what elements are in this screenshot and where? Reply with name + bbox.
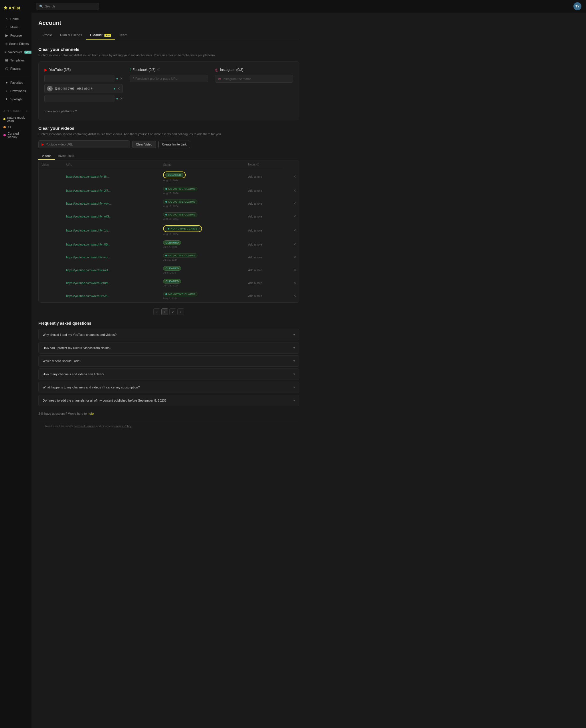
show-more-platforms-button[interactable]: Show more platforms ▾	[44, 108, 77, 114]
help-link[interactable]: help	[88, 412, 94, 415]
faq-item-4[interactable]: How many channels and videos can I clear…	[38, 368, 299, 380]
delete-row-btn-1[interactable]: ✕	[293, 175, 296, 179]
sub-tab-label-invite-links: Invite Links	[58, 154, 74, 157]
delete-row-btn-3[interactable]: ✕	[293, 202, 296, 206]
video-url-input-wrap: ▶	[38, 140, 130, 148]
sidebar-item-sound-effects[interactable]: ◎ Sound Effects	[1, 40, 30, 48]
invite-link-button[interactable]: Create Invite Link	[158, 140, 190, 148]
sidebar-item-footage[interactable]: ▶ Footage	[1, 31, 30, 40]
delete-row-btn-8[interactable]: ✕	[293, 268, 296, 272]
pagination-next[interactable]: ›	[177, 308, 184, 315]
faq-title: Frequently asked questions	[38, 321, 299, 326]
tab-plan[interactable]: Plan & Billings	[56, 31, 86, 40]
sub-tab-videos[interactable]: Videos	[38, 152, 55, 160]
clear-video-button[interactable]: Clear Video	[132, 140, 156, 148]
delete-row-btn-4[interactable]: ✕	[293, 214, 296, 218]
status-badge-8: CLEARED	[163, 266, 181, 271]
search-input[interactable]	[45, 5, 96, 8]
add-note-link-1[interactable]: Add a note	[248, 175, 262, 178]
table-body: https://youtube.com/watch?v=fhl... CLEAR…	[39, 169, 299, 303]
tab-clearlist[interactable]: Clearlist Pro	[86, 31, 115, 40]
sidebar-item-spotlight[interactable]: ✦ Spotlight	[1, 95, 30, 103]
search-icon: 🔍	[39, 5, 43, 8]
add-note-link-5[interactable]: Add a note	[248, 229, 262, 232]
instagram-column: ◎ Instagram (0/3) ◎	[215, 68, 293, 104]
tab-badge-clearlist: Pro	[104, 34, 111, 37]
pagination-page-2[interactable]: 2	[169, 308, 176, 315]
sidebar-item-templates[interactable]: ⊞ Templates	[1, 56, 30, 64]
platforms-grid: ▶ YouTube (3/3) ● ✕ K 큐레이터 단비 - 머니 페이션 ●	[44, 68, 293, 104]
youtube-channel-input-3[interactable]	[44, 95, 115, 102]
sidebar-item-home[interactable]: ⌂ Home	[1, 15, 30, 23]
sub-tab-invite-links[interactable]: Invite Links	[55, 152, 77, 160]
delete-row-btn-10[interactable]: ✕	[293, 294, 296, 298]
table-cell-video-7	[39, 251, 64, 264]
video-url-input[interactable]	[46, 142, 127, 146]
table-cell-url-1: https://youtube.com/watch?v=fhl...	[64, 169, 161, 184]
table-cell-video-4	[39, 210, 64, 223]
table-cell-url-3: https://youtube.com/watch?v=vay...	[64, 197, 161, 210]
youtube-channel-avatar-2: K	[47, 86, 53, 92]
notes-info-icon[interactable]: ⓘ	[257, 163, 259, 166]
delete-row-btn-2[interactable]: ✕	[293, 189, 296, 193]
add-artboard-button[interactable]: +	[26, 109, 28, 113]
delete-row-btn-7[interactable]: ✕	[293, 255, 296, 259]
faq-chevron-1: ▾	[293, 333, 295, 337]
sidebar-item-plugins[interactable]: ⬡ Plugins	[1, 64, 30, 73]
yt-remove-btn-1[interactable]: ✕	[120, 77, 123, 81]
add-note-link-4[interactable]: Add a note	[248, 215, 262, 218]
youtube-channel-input-1[interactable]	[44, 75, 115, 82]
pagination-page-1[interactable]: 1	[162, 308, 168, 315]
sidebar-item-voiceover[interactable]: ≈ Voiceover NEW	[1, 48, 30, 56]
avatar[interactable]: TY	[573, 2, 581, 10]
sidebar-item-music[interactable]: ♪ Music	[1, 23, 30, 31]
add-note-link-2[interactable]: Add a note	[248, 189, 262, 192]
add-note-link-3[interactable]: Add a note	[248, 202, 262, 205]
faq-item-5[interactable]: What happens to my channels and videos i…	[38, 382, 299, 393]
artboard-item-curated[interactable]: Curated weekly	[0, 130, 31, 140]
sidebar-item-favorites[interactable]: ♥ Favorites	[1, 79, 30, 86]
sidebar-nav: ⌂ Home ♪ Music ▶ Footage ◎ Sound Effects…	[0, 15, 31, 73]
artboard-dot-nature	[3, 118, 5, 120]
sidebar-label-sound-effects: Sound Effects	[9, 42, 29, 46]
artboard-item-11[interactable]: 11	[0, 124, 31, 130]
instagram-icon: ◎	[215, 68, 218, 72]
yt-remove-btn-2[interactable]: ✕	[117, 86, 120, 90]
table-cell-video-10	[39, 289, 64, 303]
table-cell-status-5: NO ACTIVE CLAIMS Aug 10, 2024	[160, 223, 245, 238]
status-date-6: Jul 17, 2024	[163, 245, 177, 249]
faq-item-6[interactable]: Do I need to add the channels for all of…	[38, 395, 299, 406]
sidebar-item-downloads[interactable]: ↓ Downloads	[1, 87, 30, 95]
table-cell-delete-2: ✕	[283, 184, 299, 197]
add-note-link-6[interactable]: Add a note	[248, 243, 262, 246]
delete-row-btn-6[interactable]: ✕	[293, 242, 296, 246]
add-note-link-10[interactable]: Add a note	[248, 294, 262, 297]
privacy-link[interactable]: Privacy Policy	[114, 425, 131, 428]
instagram-channel-input[interactable]	[223, 77, 290, 81]
tab-team[interactable]: Team	[115, 31, 131, 40]
tab-label-team: Team	[119, 33, 127, 37]
yt-remove-btn-3[interactable]: ✕	[120, 97, 123, 101]
artboard-item-nature[interactable]: nature music calm	[0, 114, 31, 124]
tab-profile[interactable]: Profile	[38, 31, 56, 40]
faq-item-2[interactable]: How can I protect my clients' videos fro…	[38, 342, 299, 354]
faq-item-1[interactable]: Why should I add my YouTube channels and…	[38, 329, 299, 340]
facebook-info-icon[interactable]: ⓘ	[157, 68, 160, 72]
table-cell-url-7: https://youtube.com/watch?v=vp-...	[64, 251, 161, 264]
table-row: https://youtube.com/watch?v=vay... NO AC…	[39, 197, 299, 210]
table-cell-notes-2: Add a note	[245, 184, 283, 197]
delete-row-btn-5[interactable]: ✕	[293, 228, 296, 232]
add-note-link-8[interactable]: Add a note	[248, 269, 262, 272]
app-logo[interactable]: ★ Artlist	[0, 3, 31, 15]
faq-item-3[interactable]: Which videos should I add? ▾	[38, 355, 299, 367]
add-note-link-9[interactable]: Add a note	[248, 282, 262, 285]
status-dot	[165, 293, 167, 295]
tos-link[interactable]: Terms of Service	[74, 425, 95, 428]
search-box[interactable]: 🔍	[36, 3, 99, 10]
status-date-5: Aug 10, 2024	[163, 233, 178, 236]
facebook-channel-input[interactable]	[135, 77, 205, 80]
delete-row-btn-9[interactable]: ✕	[293, 281, 296, 285]
sidebar-label-music: Music	[10, 25, 19, 29]
add-note-link-7[interactable]: Add a note	[248, 256, 262, 259]
pagination-prev[interactable]: ‹	[153, 308, 160, 315]
